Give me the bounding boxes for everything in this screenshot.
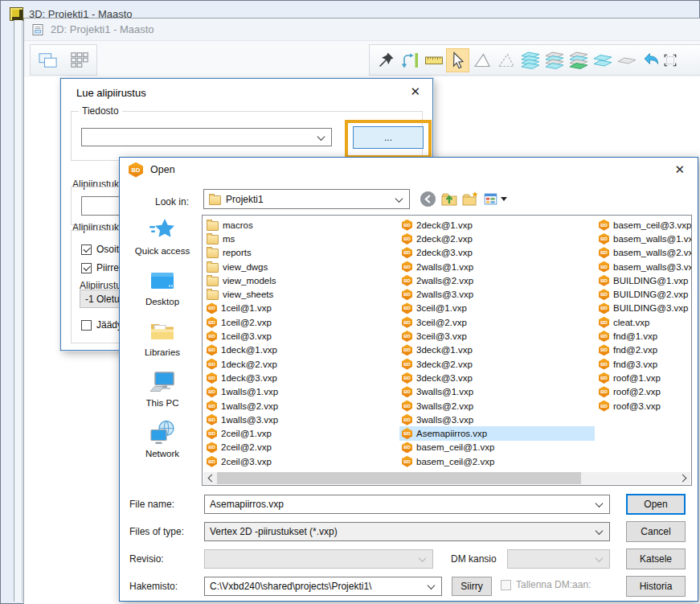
katsele-button[interactable]: Katsele [626, 549, 686, 569]
grid-icon[interactable] [68, 48, 91, 72]
selection-box-icon[interactable] [663, 48, 677, 72]
file-item[interactable]: BDfnd@2.vxp [596, 343, 692, 357]
scroll-right-icon[interactable] [677, 472, 690, 484]
file-item[interactable]: BD3deck@2.vxp [399, 357, 595, 371]
horizontal-scrollbar[interactable] [203, 472, 690, 484]
file-item[interactable]: BD1walls@3.vxp [204, 413, 399, 426]
layers-stack-icon[interactable] [518, 48, 542, 72]
file-item[interactable]: BD3walls@1.vxp [399, 385, 595, 399]
file-item[interactable]: BD1deck@1.vxp [204, 343, 399, 357]
drawing-window-titlebar[interactable]: 2D: Projekti1 - Maasto [24, 18, 700, 41]
jaadyta-checkbox[interactable] [81, 320, 92, 331]
cascade-windows-icon[interactable] [36, 48, 59, 72]
file-item[interactable]: BD2walls@2.vxp [399, 273, 595, 287]
file-item[interactable]: BD3ceil@1.vxp [399, 302, 595, 315]
file-item[interactable]: BDfnd@1.vxp [596, 329, 692, 343]
file-list[interactable]: macrosmsreportsview_dwgsview_modelsview_… [202, 215, 692, 486]
file-item[interactable]: view_sheets [204, 287, 399, 301]
file-item[interactable]: reports [204, 246, 399, 260]
file-item[interactable]: view_dwgs [204, 260, 399, 273]
file-item[interactable]: BDbasem_ceil@1.vxp [399, 441, 595, 454]
file-item[interactable]: BDbasem_ceil@3.vxp [596, 218, 692, 232]
file-item[interactable]: BDBUILDING@2.vxp [596, 287, 692, 301]
file-item[interactable]: BDroof@2.vxp [596, 385, 692, 399]
close-icon[interactable]: ✕ [674, 163, 685, 175]
file-item[interactable]: BDbasem_walls@1.vxp [596, 232, 692, 245]
file-item[interactable]: BD3ceil@2.vxp [399, 315, 595, 329]
sidebar-item-this-pc[interactable]: This PC [146, 368, 179, 408]
triangle-icon[interactable] [470, 48, 493, 72]
file-item[interactable]: BD2deck@2.vxp [399, 232, 595, 245]
files-of-type-combo[interactable]: Vertex 2D -piirustukset (*.vxp) [204, 522, 610, 541]
plane-icon[interactable] [615, 48, 638, 72]
file-item[interactable]: BDBUILDING@3.vxp [596, 302, 692, 315]
file-name-combo[interactable]: Asemapiirros.vxp [204, 495, 610, 514]
new-folder-icon[interactable] [461, 190, 479, 207]
file-item[interactable]: BD1deck@3.vxp [204, 371, 399, 384]
file-item[interactable]: BDfnd@3.vxp [596, 357, 692, 371]
siirry-button[interactable]: Siirry [452, 577, 492, 596]
file-item[interactable]: BD2ceil@1.vxp [204, 426, 399, 440]
views-menu-icon[interactable] [483, 190, 507, 207]
tallenna-dm-checkbox[interactable] [501, 580, 511, 590]
file-item[interactable]: BD1walls@2.vxp [204, 399, 399, 413]
file-item[interactable]: BD2walls@3.vxp [399, 287, 595, 301]
osoita-checkbox-row[interactable]: Osoita [81, 244, 125, 255]
file-item[interactable]: BD2deck@1.vxp [399, 218, 595, 232]
layers-pair-icon[interactable] [591, 48, 614, 72]
file-item[interactable]: BD1ceil@2.vxp [204, 315, 399, 329]
tiedosto-combo[interactable] [81, 128, 332, 146]
hakemisto-combo[interactable]: C:\Vxbd240\shared\projects\Projekti1\ [204, 577, 442, 596]
file-item[interactable]: BD3ceil@3.vxp [399, 329, 595, 343]
file-item[interactable]: BDroof@1.vxp [596, 371, 692, 384]
close-icon[interactable]: ✕ [410, 85, 420, 97]
file-item[interactable]: BD3walls@2.vxp [399, 399, 595, 413]
scrollbar-thumb[interactable] [217, 472, 581, 484]
file-item[interactable]: BD2walls@1.vxp [399, 260, 595, 273]
file-item[interactable]: BDbasem_walls@2.vxp [596, 246, 692, 260]
open-button[interactable]: Open [626, 494, 686, 515]
file-item[interactable]: macros [204, 218, 399, 232]
layers-stack-mixed-icon[interactable] [542, 48, 566, 72]
scroll-left-icon[interactable] [203, 472, 217, 484]
ruler-icon[interactable] [422, 48, 445, 72]
undo-icon[interactable] [639, 48, 662, 72]
file-item[interactable]: BD3deck@1.vxp [399, 343, 595, 357]
triangle-dashed-icon[interactable] [494, 48, 518, 72]
sidebar-item-network[interactable]: Network [145, 418, 179, 458]
up-folder-icon[interactable] [440, 190, 458, 207]
measure-icon[interactable] [398, 48, 421, 72]
file-item[interactable]: BD3deck@3.vxp [399, 371, 595, 384]
file-item[interactable]: BD3walls@3.vxp [399, 413, 595, 426]
file-item[interactable]: ms [204, 232, 399, 245]
back-nav-icon[interactable] [419, 190, 436, 207]
file-item[interactable]: BD1ceil@1.vxp [204, 302, 399, 315]
cancel-button[interactable]: Cancel [626, 521, 686, 542]
file-item[interactable]: BDroof@3.vxp [596, 399, 692, 413]
pin-icon[interactable] [374, 48, 397, 72]
look-in-combo[interactable]: Projekti1 [203, 189, 410, 209]
sidebar-item-quick-access[interactable]: Quick access [135, 216, 190, 256]
select-cursor-icon[interactable] [446, 48, 469, 72]
file-item[interactable]: BD2deck@3.vxp [399, 246, 595, 260]
file-name: 3deck@3.vxp [416, 373, 473, 383]
sidebar-item-libraries[interactable]: Libraries [145, 317, 180, 357]
file-item[interactable]: BD1ceil@3.vxp [204, 329, 399, 343]
file-item[interactable]: BD2ceil@2.vxp [204, 441, 399, 454]
file-item[interactable]: view_models [204, 273, 399, 287]
file-item[interactable]: BD1walls@1.vxp [204, 385, 399, 399]
file-item[interactable]: BDcleat.vxp [596, 315, 692, 329]
open-dialog-titlebar[interactable]: BD Open [120, 158, 698, 182]
file-item[interactable]: BDbasem_ceil@2.vxp [399, 454, 595, 468]
file-item[interactable]: BDAsemapiirros.vxp [399, 426, 595, 440]
sidebar-item-desktop[interactable]: Desktop [145, 266, 179, 306]
piirreta-checkbox[interactable] [81, 263, 92, 273]
file-item[interactable]: BDbasem_walls@3.vxp [596, 260, 692, 273]
layers-stack-green-icon[interactable] [567, 48, 590, 72]
historia-button[interactable]: Historia [626, 576, 686, 597]
file-item[interactable]: BD2ceil@3.vxp [204, 454, 399, 468]
file-item[interactable]: BDBUILDING@1.vxp [596, 273, 692, 287]
file-item[interactable]: BD1deck@2.vxp [204, 357, 399, 371]
osoita-checkbox[interactable] [81, 244, 92, 255]
file-name: BUILDING@2.vxp [613, 290, 688, 299]
